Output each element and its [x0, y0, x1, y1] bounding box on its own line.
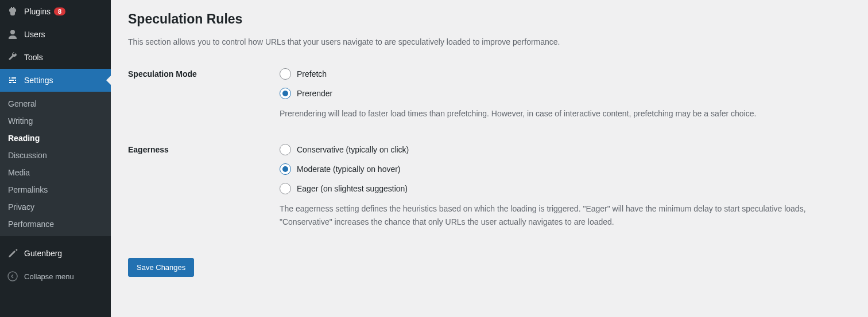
radio-prerender[interactable]: Prerender — [280, 88, 851, 99]
submenu-item-reading[interactable]: Reading — [0, 130, 111, 147]
speculation-mode-field: Prefetch Prerender Prerendering will lea… — [280, 68, 851, 120]
tools-icon — [7, 52, 18, 63]
radio-input[interactable] — [280, 144, 291, 155]
radio-label: Prerender — [297, 89, 332, 98]
main-content: Speculation Rules This section allows yo… — [111, 0, 868, 317]
sidebar-item-plugins[interactable]: Plugins 8 — [0, 0, 111, 23]
menu-separator — [0, 236, 111, 242]
page-title: Speculation Rules — [128, 11, 851, 27]
radio-input[interactable] — [280, 68, 291, 80]
radio-eager[interactable]: Eager (on slightest suggestion) — [280, 183, 851, 194]
radio-label: Conservative (typically on click) — [297, 145, 409, 154]
svg-point-0 — [8, 272, 17, 281]
submenu-item-permalinks[interactable]: Permalinks — [0, 181, 111, 198]
radio-label: Moderate (typically on hover) — [297, 165, 401, 174]
users-icon — [7, 29, 18, 40]
settings-submenu: General Writing Reading Discussion Media… — [0, 92, 111, 236]
radio-input[interactable] — [280, 88, 291, 99]
sidebar-item-label: Settings — [24, 76, 53, 85]
sidebar-item-label: Gutenberg — [24, 249, 62, 258]
radio-label: Prefetch — [297, 69, 327, 79]
radio-label: Eager (on slightest suggestion) — [297, 184, 408, 193]
eagerness-field: Conservative (typically on click) Modera… — [280, 144, 851, 228]
sidebar-item-tools[interactable]: Tools — [0, 46, 111, 69]
radio-prefetch[interactable]: Prefetch — [280, 68, 851, 80]
submenu-item-writing[interactable]: Writing — [0, 112, 111, 130]
sidebar-item-gutenberg[interactable]: Gutenberg — [0, 242, 111, 265]
settings-icon — [7, 75, 18, 86]
radio-input[interactable] — [280, 183, 291, 194]
submenu-item-media[interactable]: Media — [0, 164, 111, 181]
submenu-item-performance[interactable]: Performance — [0, 216, 111, 233]
radio-conservative[interactable]: Conservative (typically on click) — [280, 144, 851, 155]
mode-help-text: Prerendering will lead to faster load ti… — [280, 107, 851, 120]
sidebar-item-label: Users — [24, 30, 45, 39]
sidebar-item-users[interactable]: Users — [0, 23, 111, 46]
sidebar-item-label: Plugins — [24, 7, 51, 16]
eagerness-label: Eagerness — [128, 144, 280, 228]
speculation-mode-label: Speculation Mode — [128, 68, 280, 120]
gutenberg-icon — [7, 248, 18, 259]
submenu-item-privacy[interactable]: Privacy — [0, 198, 111, 216]
radio-moderate[interactable]: Moderate (typically on hover) — [280, 163, 851, 175]
eagerness-row: Eagerness Conservative (typically on cli… — [128, 144, 851, 228]
speculation-mode-row: Speculation Mode Prefetch Prerender Prer… — [128, 68, 851, 120]
sidebar-item-settings[interactable]: Settings — [0, 69, 111, 92]
collapse-menu-button[interactable]: Collapse menu — [0, 265, 111, 288]
collapse-label: Collapse menu — [24, 272, 74, 281]
submenu-item-discussion[interactable]: Discussion — [0, 147, 111, 164]
plugins-badge: 8 — [54, 7, 65, 15]
radio-input[interactable] — [280, 163, 291, 175]
save-button[interactable]: Save Changes — [128, 258, 194, 277]
plugins-icon — [7, 6, 18, 17]
eagerness-help-text: The eagerness setting defines the heuris… — [280, 202, 851, 228]
collapse-icon — [7, 271, 18, 282]
submenu-item-general[interactable]: General — [0, 95, 111, 112]
admin-sidebar: Plugins 8 Users Tools Settings General W… — [0, 0, 111, 317]
page-description: This section allows you to control how U… — [128, 37, 851, 46]
sidebar-item-label: Tools — [24, 53, 43, 62]
